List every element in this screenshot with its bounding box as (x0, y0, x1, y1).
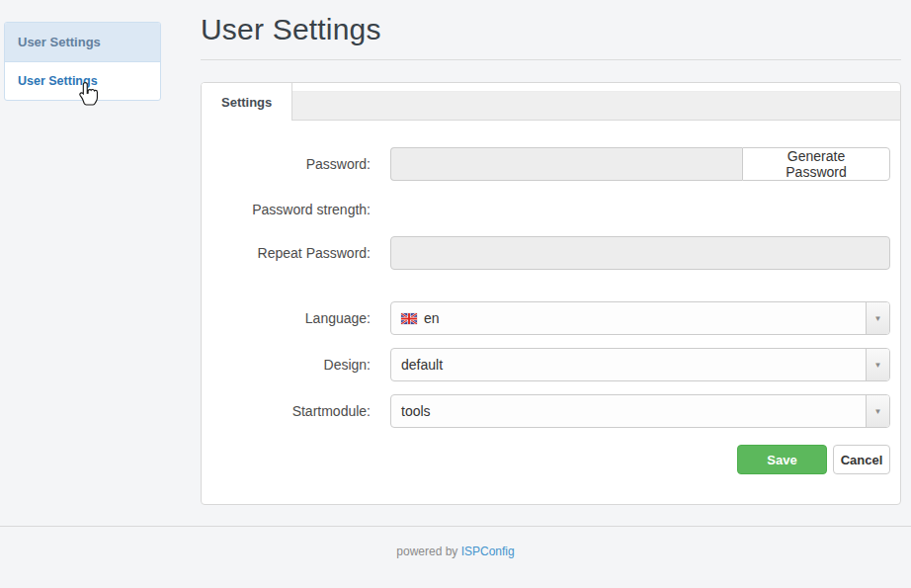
design-label: Design: (202, 357, 371, 373)
tab-bar: Settings (202, 83, 900, 121)
password-strength-label: Password strength: (202, 202, 371, 217)
uk-flag-icon (401, 313, 417, 324)
sidebar: User Settings User Settings (4, 22, 161, 101)
design-selected-value: default (401, 357, 443, 373)
language-label: Language: (202, 310, 371, 326)
settings-panel: Settings Password: Generate Password Pas… (201, 82, 901, 505)
password-row: Password: Generate Password (202, 147, 890, 181)
generate-password-button[interactable]: Generate Password (742, 147, 890, 181)
tab-bar-filler (292, 91, 900, 121)
powered-by-text: powered by (396, 545, 457, 558)
startmodule-label: Startmodule: (202, 403, 371, 419)
repeat-password-label: Repeat Password: (202, 245, 371, 261)
ispconfig-link[interactable]: ISPConfig (461, 545, 515, 558)
form-actions: Save Cancel (202, 445, 890, 474)
language-selected-value: en (424, 310, 440, 326)
password-strength-row: Password strength: (202, 202, 890, 217)
startmodule-row: Startmodule: tools ▼ (202, 394, 890, 428)
chevron-down-icon: ▼ (866, 395, 889, 427)
sidebar-item-user-settings[interactable]: User Settings (5, 62, 160, 100)
startmodule-selected-value: tools (401, 403, 431, 419)
chevron-down-icon: ▼ (866, 302, 889, 334)
repeat-password-row: Repeat Password: (202, 236, 890, 270)
language-select[interactable]: en ▼ (390, 301, 890, 335)
startmodule-select[interactable]: tools ▼ (390, 394, 890, 428)
tab-settings[interactable]: Settings (202, 83, 292, 121)
design-row: Design: default ▼ (202, 348, 890, 381)
chevron-down-icon: ▼ (866, 349, 889, 380)
design-select[interactable]: default ▼ (390, 348, 890, 381)
page-title: User Settings (201, 13, 901, 60)
language-row: Language: (202, 301, 890, 335)
password-label: Password: (202, 156, 371, 172)
main-content: User Settings Settings Password: Generat… (201, 0, 901, 505)
save-button[interactable]: Save (737, 445, 827, 474)
footer-divider (0, 526, 911, 527)
sidebar-section-header: User Settings (5, 23, 160, 62)
cancel-button[interactable]: Cancel (833, 445, 890, 474)
password-input[interactable] (390, 147, 742, 181)
repeat-password-input[interactable] (390, 236, 890, 270)
settings-form: Password: Generate Password Password str… (202, 121, 900, 504)
footer: powered by ISPConfig (0, 545, 911, 558)
